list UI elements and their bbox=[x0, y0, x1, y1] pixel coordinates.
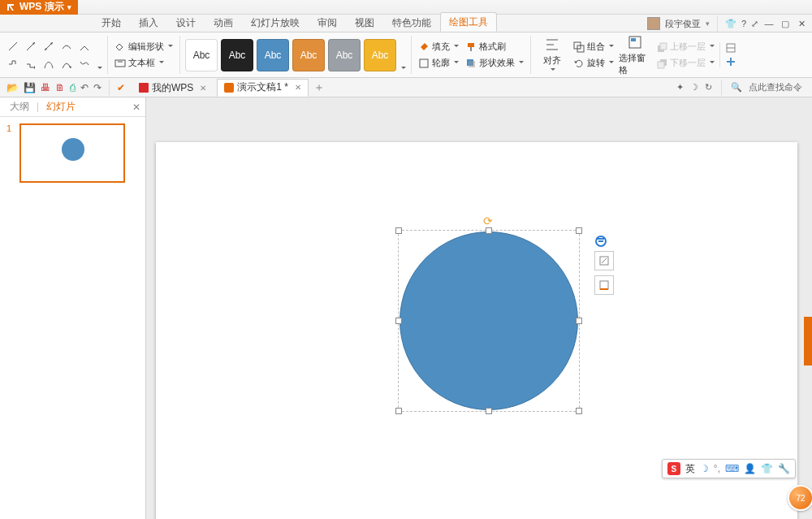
ribbon-group-styles: Abc Abc Abc Abc Abc Abc bbox=[185, 36, 412, 74]
user-area: 段宇俊亚 ▾ 👕 ? ⤢ — ▢ ✕ bbox=[647, 15, 812, 32]
canvas[interactable]: ⟳ bbox=[146, 97, 812, 519]
app-logo[interactable]: WPS 演示 ▾ bbox=[0, 0, 78, 15]
shape-style-4[interactable]: Abc bbox=[292, 39, 325, 71]
menu-tab-bar: 开始 插入 设计 动画 幻灯片放映 审阅 视图 特色功能 绘图工具 段宇俊亚 ▾… bbox=[0, 15, 812, 32]
shape-style-5[interactable]: Abc bbox=[328, 39, 361, 71]
print-preview-icon[interactable]: 🗎 bbox=[55, 82, 65, 93]
move-up-button[interactable]: 上移一层 bbox=[654, 40, 716, 54]
side-close-icon[interactable]: ✕ bbox=[132, 102, 140, 113]
menu-tab-start[interactable]: 开始 bbox=[93, 13, 130, 32]
redo-icon[interactable]: ↷ bbox=[93, 82, 102, 93]
close-icon[interactable]: ✕ bbox=[295, 83, 301, 92]
thumbnail-list: 1 bbox=[0, 117, 145, 189]
doc-tab-mywps[interactable]: 我的WPS ✕ bbox=[132, 79, 214, 97]
svg-rect-13 bbox=[469, 61, 475, 67]
group-label: 组合 bbox=[587, 41, 605, 53]
help-icon[interactable]: ? bbox=[741, 19, 746, 28]
search-icon[interactable]: 🔍 bbox=[731, 82, 742, 93]
close-icon[interactable]: ✕ bbox=[200, 84, 206, 93]
menu-tab-drawtools[interactable]: 绘图工具 bbox=[440, 12, 497, 32]
wand-icon[interactable]: ✦ bbox=[676, 82, 684, 93]
properties-icon[interactable] bbox=[725, 42, 736, 54]
side-tab-outline[interactable]: 大纲 bbox=[5, 98, 34, 115]
open-icon[interactable]: 📂 bbox=[6, 82, 19, 93]
menu-tab-slideshow[interactable]: 幻灯片放映 bbox=[242, 13, 309, 32]
window-minimize-icon[interactable]: — bbox=[763, 18, 775, 29]
svg-rect-21 bbox=[631, 38, 636, 41]
shape-style-3[interactable]: Abc bbox=[257, 39, 289, 71]
resize-handle[interactable] bbox=[576, 227, 582, 234]
resize-handle[interactable] bbox=[576, 408, 582, 414]
skin-icon[interactable]: 👕 bbox=[725, 19, 736, 29]
resize-handle[interactable] bbox=[486, 227, 492, 234]
zoom-knob[interactable]: 72 bbox=[788, 485, 812, 511]
resize-handle[interactable] bbox=[395, 318, 402, 324]
format-painter-button[interactable]: 格式刷 bbox=[464, 40, 525, 54]
shape-style-1[interactable]: Abc bbox=[185, 39, 218, 71]
outline-label: 轮廓 bbox=[432, 57, 450, 69]
shape-gallery-more-icon[interactable] bbox=[96, 64, 102, 72]
menu-tab-design[interactable]: 设计 bbox=[167, 13, 205, 32]
side-panel: 大纲 幻灯片 ✕ 1 bbox=[0, 97, 146, 519]
moon-icon[interactable]: ☽ bbox=[700, 463, 709, 474]
menu-tab-animation[interactable]: 动画 bbox=[205, 13, 242, 32]
selection-pane-button[interactable]: 选择窗格 bbox=[619, 34, 651, 76]
doc-tab-presentation1[interactable]: 演示文稿1 * ✕ bbox=[217, 79, 309, 97]
side-tab-slides[interactable]: 幻灯片 bbox=[41, 98, 80, 115]
collapse-icon[interactable] bbox=[594, 235, 606, 246]
slide-thumbnail[interactable] bbox=[19, 123, 125, 183]
rotate-handle-icon[interactable]: ⟳ bbox=[483, 214, 493, 227]
format-shape-icon[interactable] bbox=[594, 251, 614, 270]
outline-button[interactable]: 轮廓 bbox=[417, 56, 460, 70]
shape-style-6[interactable]: Abc bbox=[364, 39, 396, 71]
slide-thumb-row[interactable]: 1 bbox=[6, 123, 139, 183]
slide-number: 1 bbox=[6, 123, 15, 133]
window-close-icon[interactable]: ✕ bbox=[796, 18, 807, 29]
right-edge-tab[interactable] bbox=[804, 317, 812, 365]
person-icon[interactable]: 👤 bbox=[744, 463, 756, 474]
avatar[interactable] bbox=[647, 17, 660, 30]
keyboard-icon[interactable]: ⌨ bbox=[725, 463, 739, 474]
expand-icon[interactable]: ⤢ bbox=[751, 19, 758, 29]
export-icon[interactable]: ⎙ bbox=[70, 82, 76, 93]
resize-handle[interactable] bbox=[395, 408, 402, 414]
edit-shape-button[interactable]: 编辑形状 bbox=[113, 40, 175, 54]
doc-tab-bar: 📂 💾 🖶 🗎 ⎙ ↶ ↷ ✔ 我的WPS ✕ 演示文稿1 * ✕ ＋ ✦ ☽ … bbox=[0, 78, 812, 97]
shape-style-2[interactable]: Abc bbox=[221, 39, 253, 71]
shape-style-more-icon[interactable] bbox=[400, 64, 406, 72]
search-hint[interactable]: 点此查找命令 bbox=[749, 81, 802, 93]
align-button[interactable]: 对齐 bbox=[536, 37, 568, 73]
user-dropdown-icon[interactable]: ▾ bbox=[706, 19, 710, 28]
favorite-icon[interactable]: ✔ bbox=[117, 82, 125, 93]
textbox-button[interactable]: 文本框 bbox=[113, 56, 175, 70]
undo-icon[interactable]: ↶ bbox=[80, 82, 89, 93]
save-icon[interactable]: 💾 bbox=[24, 82, 36, 93]
group-button[interactable]: 组合 bbox=[572, 40, 615, 54]
ime-lang[interactable]: 英 bbox=[685, 462, 695, 476]
move-down-button[interactable]: 下移一层 bbox=[654, 56, 716, 70]
shape-gallery[interactable] bbox=[5, 38, 93, 72]
shape-outline-icon[interactable] bbox=[594, 275, 614, 295]
shape-effect-label: 形状效果 bbox=[479, 57, 515, 69]
moon-icon[interactable]: ☽ bbox=[690, 82, 698, 93]
wrench-icon[interactable]: 🔧 bbox=[778, 463, 790, 474]
skin-icon[interactable]: 👕 bbox=[761, 463, 773, 474]
window-restore-icon[interactable]: ▢ bbox=[780, 18, 791, 29]
refresh-icon[interactable]: ↻ bbox=[705, 82, 712, 93]
menu-tab-view[interactable]: 视图 bbox=[346, 13, 383, 32]
punct-icon[interactable]: °, bbox=[714, 463, 720, 474]
add-tab-button[interactable]: ＋ bbox=[312, 80, 326, 95]
rotate-button[interactable]: 旋转 bbox=[572, 56, 615, 70]
menu-tab-review[interactable]: 审阅 bbox=[309, 13, 346, 32]
resize-handle[interactable] bbox=[486, 408, 492, 414]
ime-bar[interactable]: S 英 ☽ °, ⌨ 👤 👕 🔧 bbox=[662, 459, 796, 478]
resize-handle[interactable] bbox=[395, 227, 402, 234]
print-icon[interactable]: 🖶 bbox=[41, 82, 50, 93]
distribute-icon[interactable] bbox=[725, 56, 736, 67]
shape-effect-button[interactable]: 形状效果 bbox=[464, 56, 525, 70]
menu-tab-insert[interactable]: 插入 bbox=[130, 13, 167, 32]
menu-tab-special[interactable]: 特色功能 bbox=[383, 13, 440, 32]
fill-button[interactable]: 填充 bbox=[417, 40, 460, 54]
resize-handle[interactable] bbox=[576, 318, 582, 324]
user-name[interactable]: 段宇俊亚 bbox=[665, 18, 701, 30]
